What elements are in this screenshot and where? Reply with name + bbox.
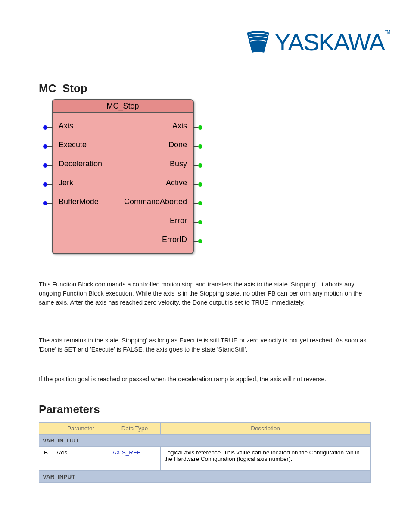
function-block-diagram: MC_Stop Axis Axis Execute: [52, 99, 194, 254]
output-label: Done: [167, 140, 189, 149]
description-paragraph-2: The axis remains in the state 'Stopping'…: [39, 336, 371, 354]
fb-row: Error: [57, 211, 189, 230]
fb-row: BufferMode CommandAborted: [57, 192, 189, 211]
input-pin-icon: [43, 163, 53, 168]
function-block-body: Axis Axis Execute Done: [53, 113, 193, 253]
logo-text: YASKAWA TM: [274, 28, 384, 56]
logo-word: YASKAWA: [274, 28, 384, 56]
table-header: [39, 423, 53, 435]
input-label: Jerk: [57, 178, 75, 187]
fb-row: Jerk Active: [57, 173, 189, 192]
yaskawa-logo: YASKAWA TM: [245, 28, 384, 56]
description-paragraph-1: This Function Block commands a controlle…: [39, 280, 371, 307]
function-block: MC_Stop Axis Axis Execute: [52, 99, 194, 254]
parameters-heading: Parameters: [39, 403, 100, 416]
table-header: Parameter: [53, 423, 109, 435]
parameters-table: Parameter Data Type Description VAR_IN_O…: [39, 422, 371, 483]
output-pin-icon: [193, 220, 202, 224]
output-label: Busy: [168, 159, 189, 168]
output-pin-icon: [193, 201, 202, 205]
input-pin-icon: [43, 182, 53, 187]
input-label: Axis: [57, 121, 75, 131]
table-section-label: VAR_IN_OUT: [39, 435, 371, 447]
fb-row: Deceleration Busy: [57, 154, 189, 173]
output-pin-icon: [193, 125, 202, 130]
table-cell-param: Axis: [53, 447, 109, 471]
input-pin-icon: [43, 144, 53, 149]
table-cell-desc: Logical axis reference. This value can b…: [161, 447, 371, 471]
table-section-row: VAR_INPUT: [39, 471, 371, 483]
table-section-row: VAR_IN_OUT: [39, 435, 371, 447]
input-pin-icon: [43, 201, 53, 205]
table-header: Description: [161, 423, 371, 435]
axis-ref-link[interactable]: AXIS_REF: [112, 449, 140, 456]
fb-row: Execute Done: [57, 135, 189, 154]
table-cell-type: AXIS_REF: [109, 447, 161, 471]
output-pin-icon: [193, 163, 202, 168]
output-pin-icon: [193, 182, 202, 187]
input-pin-icon: [43, 125, 53, 130]
yaskawa-swoosh-icon: [245, 29, 271, 55]
output-pin-icon: [193, 144, 202, 149]
input-label: Deceleration: [57, 159, 104, 168]
logo-tm: TM: [385, 30, 389, 34]
table-row: B Axis AXIS_REF Logical axis reference. …: [39, 447, 371, 471]
output-label: Active: [164, 178, 189, 187]
output-label: CommandAborted: [122, 197, 189, 206]
page-title: MC_Stop: [39, 82, 87, 95]
table-header-row: Parameter Data Type Description: [39, 423, 371, 435]
table-cell-letter: B: [39, 447, 53, 471]
table-section-label: VAR_INPUT: [39, 471, 371, 483]
table-header: Data Type: [109, 423, 161, 435]
output-label: Axis: [171, 121, 189, 131]
input-label: BufferMode: [57, 197, 100, 206]
output-label: Error: [168, 216, 189, 225]
fb-row: Axis Axis: [57, 116, 189, 135]
output-label: ErrorID: [160, 235, 189, 244]
function-block-title: MC_Stop: [53, 100, 193, 113]
output-pin-icon: [193, 239, 202, 243]
description-paragraph-3: If the position goal is reached or passe…: [39, 375, 371, 384]
input-label: Execute: [57, 140, 88, 149]
fb-row: ErrorID: [57, 230, 189, 249]
